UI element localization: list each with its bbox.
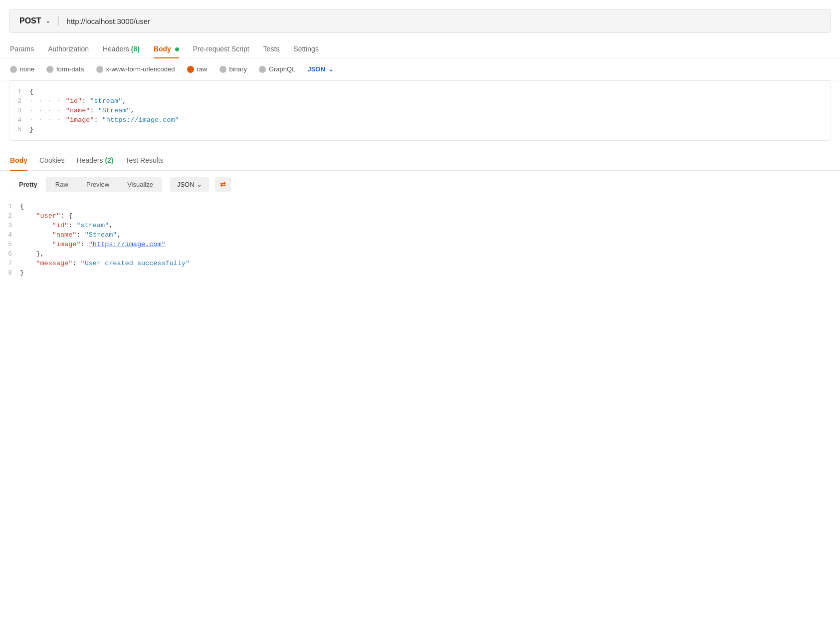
tab-pre-request[interactable]: Pre-request Script xyxy=(193,40,249,58)
view-preview-btn[interactable]: Preview xyxy=(77,177,118,192)
view-pretty-btn[interactable]: Pretty xyxy=(10,177,46,192)
radio-none[interactable]: none xyxy=(10,65,34,73)
tab-body[interactable]: Body xyxy=(154,40,179,58)
radio-circle-raw xyxy=(187,66,194,73)
resp-tab-headers[interactable]: Headers (2) xyxy=(77,150,114,170)
radio-form-data[interactable]: form-data xyxy=(46,65,84,73)
radio-graphql[interactable]: GraphQL xyxy=(259,65,295,73)
radio-circle-binary xyxy=(219,66,226,73)
wrap-icon: ⇄ xyxy=(220,180,226,188)
req-line-1: 1 { xyxy=(9,87,831,96)
resp-tab-cookies[interactable]: Cookies xyxy=(39,150,65,170)
view-raw-btn[interactable]: Raw xyxy=(46,177,77,192)
tab-params[interactable]: Params xyxy=(10,40,34,58)
resp-line-4: 4 "name": "Stream", xyxy=(0,230,840,240)
resp-line-6: 6 }, xyxy=(0,249,840,259)
req-line-3: 3 · · · · "name": "Stream", xyxy=(9,106,831,115)
view-btn-group: Pretty Raw Preview Visualize xyxy=(10,177,162,192)
body-type-row: none form-data x-www-form-urlencoded raw… xyxy=(0,58,840,80)
resp-line-7: 7 "message": "User created successfully" xyxy=(0,259,840,268)
method-selector[interactable]: POST ⌄ xyxy=(19,16,59,25)
url-input[interactable] xyxy=(59,17,821,25)
tab-authorization[interactable]: Authorization xyxy=(48,40,89,58)
method-chevron: ⌄ xyxy=(45,17,50,24)
response-json-dropdown[interactable]: JSON ⌄ xyxy=(170,177,209,192)
req-line-5: 5 } xyxy=(9,125,831,134)
resp-line-2: 2 "user": { xyxy=(0,211,840,221)
json-format-dropdown[interactable]: JSON ⌄ xyxy=(307,65,333,73)
radio-raw[interactable]: raw xyxy=(187,65,208,73)
resp-json-chevron: ⌄ xyxy=(197,181,202,188)
resp-line-8: 8 } xyxy=(0,268,840,278)
radio-urlencoded[interactable]: x-www-form-urlencoded xyxy=(96,65,175,73)
resp-line-1: 1 { xyxy=(0,202,840,211)
req-line-4: 4 · · · · "image": "https://image.com" xyxy=(9,115,831,125)
response-code-editor[interactable]: 1 { 2 "user": { 3 "id": "stream", 4 "nam… xyxy=(0,198,840,282)
tab-headers[interactable]: Headers (8) xyxy=(103,40,140,58)
resp-tab-body[interactable]: Body xyxy=(10,150,27,170)
view-visualize-btn[interactable]: Visualize xyxy=(118,177,162,192)
body-dot xyxy=(175,47,179,51)
radio-circle-none xyxy=(10,66,17,73)
resp-headers-badge: (2) xyxy=(105,156,113,164)
req-line-2: 2 · · · · "id": "stream", xyxy=(9,96,831,106)
response-toolbar: Pretty Raw Preview Visualize JSON ⌄ ⇄ xyxy=(0,171,840,198)
wrap-toggle-btn[interactable]: ⇄ xyxy=(215,177,231,192)
response-tabs: Body Cookies Headers (2) Test Results xyxy=(0,150,840,171)
headers-badge: (8) xyxy=(131,45,140,53)
resp-line-5: 5 "image": "https://image.com" xyxy=(0,240,840,249)
url-bar: POST ⌄ xyxy=(9,9,831,33)
resp-tab-test-results[interactable]: Test Results xyxy=(126,150,164,170)
tab-tests[interactable]: Tests xyxy=(263,40,280,58)
radio-binary[interactable]: binary xyxy=(219,65,247,73)
radio-circle-urlencoded xyxy=(96,66,103,73)
request-tabs: Params Authorization Headers (8) Body Pr… xyxy=(0,40,840,58)
radio-circle-form-data xyxy=(46,66,53,73)
json-dropdown-chevron: ⌄ xyxy=(328,65,334,73)
radio-circle-graphql xyxy=(259,66,266,73)
method-label: POST xyxy=(19,16,41,25)
tab-settings[interactable]: Settings xyxy=(293,40,319,58)
resp-line-3: 3 "id": "stream", xyxy=(0,221,840,230)
request-code-editor[interactable]: 1 { 2 · · · · "id": "stream", 3 · · · · … xyxy=(9,80,831,141)
